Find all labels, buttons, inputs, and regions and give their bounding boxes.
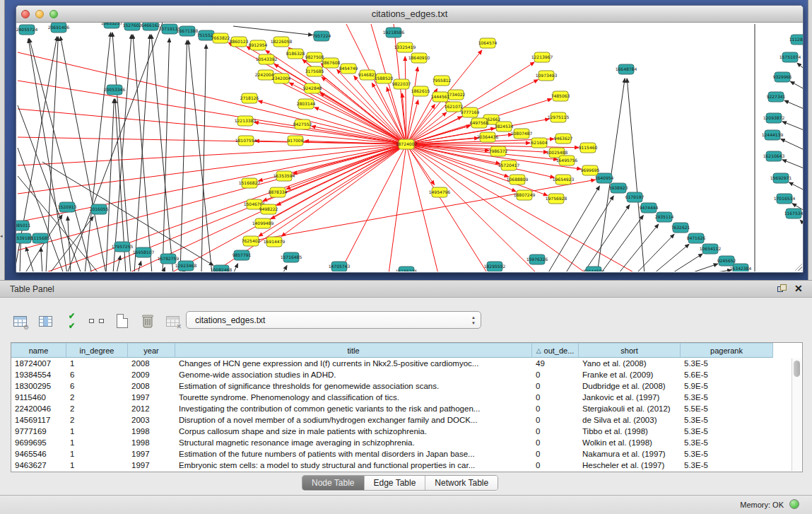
cell-name: 14569117 xyxy=(11,414,66,426)
column-header-in_degree[interactable]: in_degree xyxy=(66,343,128,358)
select-columns-button[interactable] xyxy=(36,312,55,331)
network-edge[interactable] xyxy=(339,144,406,271)
network-edge[interactable] xyxy=(782,160,803,169)
table-panel-titlebar[interactable]: Table Panel ✕ xyxy=(0,280,812,298)
node-label: 16782759 xyxy=(158,256,180,261)
panel-collapse-icon[interactable]: ◂ xyxy=(0,233,3,239)
node-label: 8471626 xyxy=(687,235,706,240)
cell-out_de: 0 xyxy=(532,380,579,392)
new-table-button[interactable] xyxy=(112,312,131,331)
network-edge[interactable] xyxy=(389,144,406,271)
node-label: 1527602 xyxy=(123,23,142,28)
network-edge[interactable] xyxy=(113,35,131,271)
network-edge[interactable] xyxy=(26,247,34,271)
column-header-out_de[interactable]: △out_de... xyxy=(532,343,579,358)
cell-name: 9115460 xyxy=(11,392,66,403)
rows-icon xyxy=(89,319,94,323)
close-panel-icon[interactable]: ✕ xyxy=(794,283,803,294)
table-scrollbar[interactable] xyxy=(792,358,801,471)
network-edge[interactable] xyxy=(406,144,548,196)
network-edge[interactable] xyxy=(797,63,803,70)
tab-node-table[interactable]: Node Table xyxy=(302,476,365,490)
tab-edge-table[interactable]: Edge Table xyxy=(365,476,426,490)
node-label: 10653257 xyxy=(101,23,123,25)
network-edge[interactable] xyxy=(233,26,312,35)
scrollbar-thumb[interactable] xyxy=(794,361,800,377)
network-canvas[interactable]: 1872400724055724206914061065325715276026… xyxy=(16,23,803,271)
network-edge[interactable] xyxy=(618,224,659,271)
node-label: 15976326 xyxy=(526,257,548,262)
table-row[interactable]: 946554611997Estimation of the future num… xyxy=(11,448,802,460)
network-edge[interactable] xyxy=(601,215,643,271)
node-label: 17957255 xyxy=(112,244,134,249)
network-edge[interactable] xyxy=(18,109,406,144)
table-settings-button[interactable]: ⚙ xyxy=(11,312,30,331)
node-label: 2342004 xyxy=(272,76,291,81)
node-label: 9822037 xyxy=(392,81,411,86)
network-edge[interactable] xyxy=(251,180,595,241)
network-edge[interactable] xyxy=(671,254,702,271)
network-edge[interactable] xyxy=(138,262,141,271)
network-edge[interactable] xyxy=(233,264,238,271)
select-all-button[interactable]: ✔✔ xyxy=(61,312,81,331)
cell-pagerank: 5.3E-5 xyxy=(681,414,773,426)
network-edge[interactable] xyxy=(151,35,173,271)
network-edge[interactable] xyxy=(41,247,42,271)
network-edge[interactable] xyxy=(790,81,803,90)
network-edge[interactable] xyxy=(18,144,406,194)
network-edge[interactable] xyxy=(784,100,803,110)
memory-ok-indicator[interactable] xyxy=(789,499,799,509)
network-edge[interactable] xyxy=(117,256,120,271)
network-edge[interactable] xyxy=(406,144,636,271)
delete-table-button[interactable] xyxy=(138,312,157,331)
network-edge[interactable] xyxy=(654,244,689,271)
control-panel-edge[interactable]: ◂ xyxy=(0,0,5,280)
cell-title: Estimation of significance thresholds fo… xyxy=(175,380,532,392)
column-header-title[interactable]: title xyxy=(175,343,532,358)
network-edge[interactable] xyxy=(18,81,406,144)
table-row[interactable]: 1872400712008Changes of HCN gene express… xyxy=(11,358,802,369)
table-row[interactable]: 1938455462009Genome-wide association stu… xyxy=(11,369,802,380)
table-row[interactable]: 977716911998Corpus callosum shape and si… xyxy=(11,426,802,437)
column-header-short[interactable]: short xyxy=(579,343,681,358)
column-header-pagerank[interactable]: pagerank xyxy=(681,343,773,358)
network-edge[interactable] xyxy=(789,182,803,191)
table-row[interactable]: 969969511998Structural magnetic resonanc… xyxy=(11,437,802,448)
table-row[interactable]: 911546021997Tourette syndrome. Phenomeno… xyxy=(11,392,802,403)
toggle-rows-button[interactable] xyxy=(87,312,106,331)
network-edge[interactable] xyxy=(781,139,803,149)
float-panel-icon[interactable] xyxy=(777,284,788,295)
network-edge[interactable] xyxy=(583,205,630,271)
network-edge[interactable] xyxy=(85,33,111,271)
network-edge[interactable] xyxy=(406,144,554,177)
column-header-year[interactable]: year xyxy=(128,343,175,358)
results-panel-edge[interactable] xyxy=(808,0,812,280)
network-edge[interactable] xyxy=(800,220,803,226)
network-edge[interactable] xyxy=(406,144,488,271)
node-label: 7957224 xyxy=(312,33,331,38)
table-selector-dropdown[interactable]: citations_edges.txt ▲▼ xyxy=(186,311,481,329)
table-row[interactable]: 1456911722003Disruption of a novel membe… xyxy=(11,414,802,426)
table-row[interactable]: 946362711997Embryonic stem cells: a mode… xyxy=(11,460,802,471)
node-label: 18807249 xyxy=(514,192,536,197)
network-edge[interactable] xyxy=(283,266,287,271)
tab-network-table[interactable]: Network Table xyxy=(425,476,498,490)
network-edge[interactable] xyxy=(406,105,435,144)
network-edge[interactable] xyxy=(689,264,718,271)
network-edge[interactable] xyxy=(627,78,645,271)
table-row[interactable]: 1830029562008Estimation of significance … xyxy=(11,380,802,392)
column-header-name[interactable]: name xyxy=(11,343,66,358)
node-label: 7485063 xyxy=(551,93,570,98)
network-edge[interactable] xyxy=(112,33,131,271)
network-edge[interactable] xyxy=(707,270,731,271)
network-edge[interactable] xyxy=(180,40,187,271)
network-edge[interactable] xyxy=(18,144,406,165)
network-graph[interactable]: 1872400724055724206914061065325715276026… xyxy=(16,23,803,271)
table-row[interactable]: 2242004622012Investigating the contribut… xyxy=(11,403,802,414)
node-label: 19654923 xyxy=(553,177,575,182)
network-edge[interactable] xyxy=(18,137,406,144)
network-edge[interactable] xyxy=(565,196,613,271)
network-edge[interactable] xyxy=(18,105,81,271)
network-edge[interactable] xyxy=(782,122,803,131)
network-window-titlebar[interactable]: citations_edges.txt xyxy=(16,6,803,23)
